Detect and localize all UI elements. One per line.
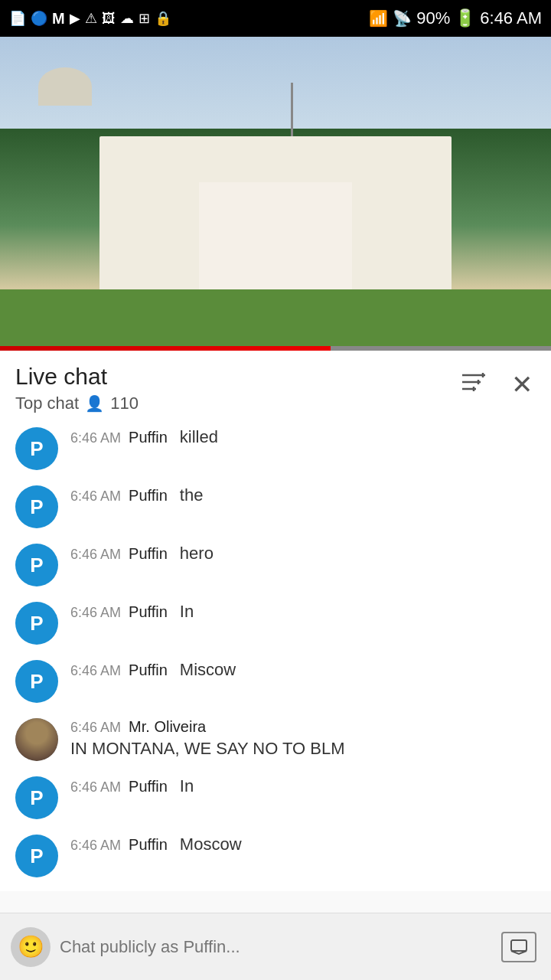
chat-header-actions: ✕	[458, 363, 536, 403]
message-time: 6:46 AM	[70, 430, 121, 446]
message-content: 6:46 AMPuffinIn	[70, 776, 194, 796]
sync-icon: 🔵	[31, 10, 47, 27]
message-author: Puffin	[129, 429, 168, 446]
message-content: 6:46 AMPuffinthe	[70, 485, 203, 505]
chat-message: P6:46 AMPuffinthe	[0, 478, 551, 536]
chat-messages-list: P6:46 AMPuffinkilledP6:46 AMPuffintheP6:…	[0, 413, 551, 891]
message-author: Puffin	[129, 545, 168, 563]
message-text: IN MONTANA, WE SAY NO TO BLM	[70, 737, 345, 761]
battery-text: 90%	[416, 8, 450, 28]
signal-icon: 📡	[393, 9, 412, 28]
avatar: P	[15, 660, 58, 703]
message-author: Puffin	[129, 778, 168, 795]
message-time: 6:46 AM	[70, 547, 121, 563]
video-lawn	[0, 289, 551, 351]
cloud-icon: ☁	[120, 10, 134, 27]
avatar: P	[15, 776, 58, 819]
video-dome	[38, 67, 92, 106]
message-time: 6:46 AM	[70, 838, 121, 854]
message-content: 6:46 AMPuffinIn	[70, 602, 194, 622]
video-building	[99, 136, 452, 305]
message-text: In	[180, 776, 194, 796]
message-content: 6:46 AMMr. OliveiraIN MONTANA, WE SAY NO…	[70, 718, 345, 761]
chat-message: P6:46 AMPuffinIn	[0, 769, 551, 827]
chat-message: P6:46 AMPuffinMiscow	[0, 652, 551, 710]
message-text: In	[180, 602, 194, 622]
avatar: P	[15, 427, 58, 470]
video-player[interactable]	[0, 37, 551, 351]
message-text: hero	[180, 544, 214, 564]
video-flagpole	[291, 83, 293, 144]
message-author: Puffin	[129, 836, 168, 854]
youtube-icon: ▶	[70, 10, 80, 27]
clock: 6:46 AM	[480, 8, 542, 28]
message-time: 6:46 AM	[70, 663, 121, 679]
live-chat-title: Live chat	[15, 363, 139, 390]
video-building-center	[199, 182, 352, 305]
close-button[interactable]: ✕	[508, 366, 536, 403]
message-text: killed	[180, 427, 218, 447]
message-time: 6:46 AM	[70, 779, 121, 795]
chat-header-left: Live chat Top chat 👤 110	[15, 363, 139, 413]
wifi-icon: 📶	[369, 9, 388, 28]
message-content: 6:46 AMPuffinkilled	[70, 427, 218, 447]
alert-icon: ⚠	[85, 10, 97, 27]
viewers-icon: 👤	[85, 394, 104, 413]
message-content: 6:46 AMPuffinMoscow	[70, 835, 242, 854]
send-icon	[501, 932, 536, 962]
avatar: P	[15, 485, 58, 528]
file-icon: 📄	[9, 10, 26, 27]
message-author: Puffin	[129, 487, 168, 505]
message-content: 6:46 AMPuffinMiscow	[70, 660, 236, 680]
chat-input[interactable]	[60, 927, 488, 967]
message-time: 6:46 AM	[70, 488, 121, 505]
chat-message: P6:46 AMPuffinIn	[0, 594, 551, 652]
avatar: P	[15, 544, 58, 586]
lock-icon: 🔒	[155, 10, 171, 27]
message-author: Mr. Oliveira	[129, 718, 206, 736]
chat-message: P6:46 AMPuffinhero	[0, 536, 551, 594]
avatar: P	[15, 835, 58, 877]
m-icon: M	[52, 10, 65, 28]
send-button[interactable]	[497, 927, 540, 967]
viewer-count: 110	[110, 394, 139, 413]
message-author: Puffin	[129, 662, 168, 679]
message-text: Miscow	[180, 660, 236, 680]
avatar	[15, 718, 58, 761]
svg-rect-6	[511, 940, 527, 951]
chat-message: P6:46 AMPuffinkilled	[0, 420, 551, 478]
message-content: 6:46 AMPuffinhero	[70, 544, 214, 564]
message-author: Puffin	[129, 603, 168, 621]
chat-message: 6:46 AMMr. OliveiraIN MONTANA, WE SAY NO…	[0, 710, 551, 769]
message-text: the	[180, 485, 204, 505]
avatar: P	[15, 602, 58, 645]
message-time: 6:46 AM	[70, 720, 121, 736]
status-bar: 📄 🔵 M ▶ ⚠ 🖼 ☁ ⊞ 🔒 📶 📡 90% 🔋 6:46 AM	[0, 0, 551, 37]
grid-icon: ⊞	[139, 10, 150, 27]
live-chat-header: Live chat Top chat 👤 110 ✕	[0, 351, 551, 413]
chat-input-bar: 🙂	[0, 913, 551, 980]
filter-button[interactable]	[458, 368, 490, 402]
status-indicators-right: 📶 📡 90% 🔋 6:46 AM	[369, 8, 542, 28]
status-icons-left: 📄 🔵 M ▶ ⚠ 🖼 ☁ ⊞ 🔒	[9, 10, 171, 28]
video-progress-bar[interactable]	[0, 346, 551, 351]
top-chat-label[interactable]: Top chat	[15, 394, 79, 413]
chat-message: P6:46 AMPuffinMoscow	[0, 827, 551, 885]
message-time: 6:46 AM	[70, 605, 121, 621]
message-text: Moscow	[180, 835, 242, 854]
photo-icon: 🖼	[102, 11, 116, 27]
top-chat-row: Top chat 👤 110	[15, 394, 139, 413]
battery-icon: 🔋	[455, 8, 475, 28]
emoji-button[interactable]: 🙂	[11, 927, 51, 967]
